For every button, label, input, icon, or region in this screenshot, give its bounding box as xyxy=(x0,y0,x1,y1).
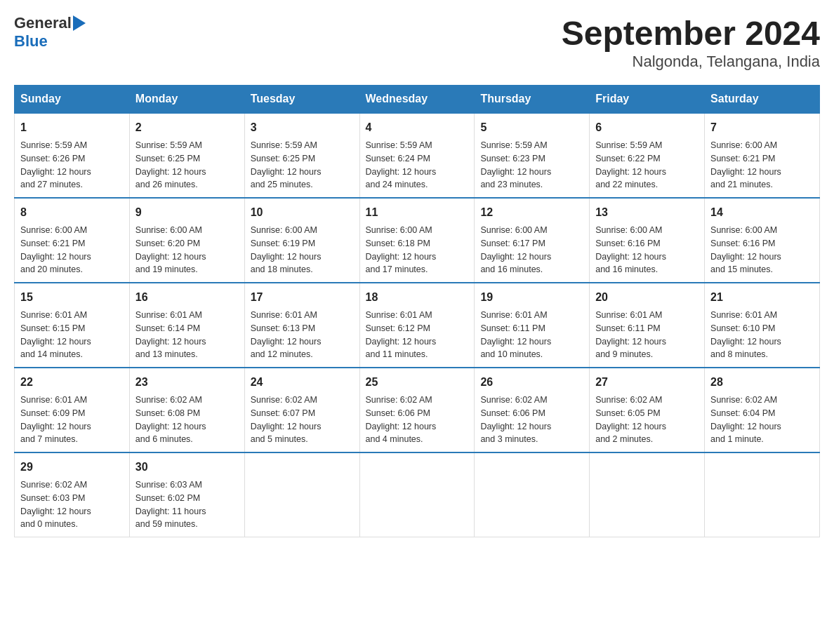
day-number: 4 xyxy=(366,119,469,136)
day-number: 6 xyxy=(595,119,699,136)
calendar-cell-w3-d6: 21Sunrise: 6:01 AMSunset: 6:10 PMDayligh… xyxy=(705,283,820,368)
calendar-cell-w1-d3: 4Sunrise: 5:59 AMSunset: 6:24 PMDaylight… xyxy=(359,113,475,198)
day-number: 12 xyxy=(480,204,583,221)
day-info: Sunrise: 6:00 AMSunset: 6:21 PMDaylight:… xyxy=(710,139,814,192)
day-number: 25 xyxy=(366,374,469,391)
day-number: 23 xyxy=(135,374,239,391)
calendar-cell-w2-d2: 10Sunrise: 6:00 AMSunset: 6:19 PMDayligh… xyxy=(244,198,359,283)
day-info: Sunrise: 6:01 AMSunset: 6:10 PMDaylight:… xyxy=(710,309,814,361)
day-info: Sunrise: 6:02 AMSunset: 6:06 PMDaylight:… xyxy=(480,394,583,446)
day-info: Sunrise: 6:03 AMSunset: 6:02 PMDaylight:… xyxy=(135,478,239,531)
day-number: 30 xyxy=(135,459,239,476)
day-number: 26 xyxy=(480,374,583,391)
calendar-cell-w4-d4: 26Sunrise: 6:02 AMSunset: 6:06 PMDayligh… xyxy=(475,368,590,452)
day-info: Sunrise: 6:00 AMSunset: 6:16 PMDaylight:… xyxy=(710,224,814,276)
day-info: Sunrise: 6:01 AMSunset: 6:11 PMDaylight:… xyxy=(480,309,583,361)
weekday-header-row: Sunday Monday Tuesday Wednesday Thursday… xyxy=(15,86,820,114)
day-number: 19 xyxy=(480,289,583,306)
calendar-cell-w5-d6 xyxy=(705,452,820,537)
day-number: 8 xyxy=(20,204,124,221)
calendar-cell-w5-d2 xyxy=(244,452,359,537)
calendar-cell-w3-d1: 16Sunrise: 6:01 AMSunset: 6:14 PMDayligh… xyxy=(129,283,244,368)
calendar-cell-w5-d4 xyxy=(475,452,590,537)
title-block: September 2024 Nalgonda, Telangana, Indi… xyxy=(562,14,820,71)
header-tuesday: Tuesday xyxy=(244,86,359,114)
logo-text-main: General xyxy=(14,14,72,32)
day-info: Sunrise: 6:00 AMSunset: 6:16 PMDaylight:… xyxy=(595,224,699,276)
day-info: Sunrise: 6:00 AMSunset: 6:20 PMDaylight:… xyxy=(135,224,239,276)
calendar-week-1: 1Sunrise: 5:59 AMSunset: 6:26 PMDaylight… xyxy=(15,113,820,198)
day-info: Sunrise: 6:02 AMSunset: 6:07 PMDaylight:… xyxy=(251,394,354,446)
header-friday: Friday xyxy=(590,86,705,114)
day-info: Sunrise: 5:59 AMSunset: 6:26 PMDaylight:… xyxy=(20,139,124,192)
day-number: 2 xyxy=(135,119,239,136)
day-number: 17 xyxy=(251,289,354,306)
day-number: 3 xyxy=(251,119,354,136)
calendar-cell-w5-d5 xyxy=(590,452,705,537)
day-number: 1 xyxy=(20,119,124,136)
calendar-week-5: 29Sunrise: 6:02 AMSunset: 6:03 PMDayligh… xyxy=(15,452,820,537)
calendar-week-2: 8Sunrise: 6:00 AMSunset: 6:21 PMDaylight… xyxy=(15,198,820,283)
calendar-cell-w2-d4: 12Sunrise: 6:00 AMSunset: 6:17 PMDayligh… xyxy=(475,198,590,283)
header-monday: Monday xyxy=(129,86,244,114)
calendar-table: Sunday Monday Tuesday Wednesday Thursday… xyxy=(14,85,820,537)
calendar-cell-w2-d3: 11Sunrise: 6:00 AMSunset: 6:18 PMDayligh… xyxy=(359,198,475,283)
day-number: 18 xyxy=(366,289,469,306)
day-number: 13 xyxy=(595,204,699,221)
day-number: 10 xyxy=(251,204,354,221)
day-number: 27 xyxy=(595,374,699,391)
calendar-cell-w3-d2: 17Sunrise: 6:01 AMSunset: 6:13 PMDayligh… xyxy=(244,283,359,368)
calendar-cell-w2-d0: 8Sunrise: 6:00 AMSunset: 6:21 PMDaylight… xyxy=(15,198,130,283)
day-info: Sunrise: 6:01 AMSunset: 6:14 PMDaylight:… xyxy=(135,309,239,361)
day-info: Sunrise: 5:59 AMSunset: 6:23 PMDaylight:… xyxy=(480,139,583,192)
calendar-cell-w1-d6: 7Sunrise: 6:00 AMSunset: 6:21 PMDaylight… xyxy=(705,113,820,198)
logo-triangle-icon xyxy=(73,15,86,31)
day-info: Sunrise: 6:01 AMSunset: 6:12 PMDaylight:… xyxy=(366,309,469,361)
calendar-cell-w1-d4: 5Sunrise: 5:59 AMSunset: 6:23 PMDaylight… xyxy=(475,113,590,198)
calendar-cell-w4-d3: 25Sunrise: 6:02 AMSunset: 6:06 PMDayligh… xyxy=(359,368,475,452)
day-info: Sunrise: 5:59 AMSunset: 6:24 PMDaylight:… xyxy=(366,139,469,192)
day-info: Sunrise: 5:59 AMSunset: 6:25 PMDaylight:… xyxy=(251,139,354,192)
svg-marker-0 xyxy=(73,15,86,31)
day-info: Sunrise: 6:01 AMSunset: 6:13 PMDaylight:… xyxy=(251,309,354,361)
day-info: Sunrise: 6:02 AMSunset: 6:06 PMDaylight:… xyxy=(366,394,469,446)
day-number: 24 xyxy=(251,374,354,391)
calendar-subtitle: Nalgonda, Telangana, India xyxy=(562,53,820,71)
day-info: Sunrise: 6:01 AMSunset: 6:11 PMDaylight:… xyxy=(595,309,699,361)
calendar-cell-w1-d1: 2Sunrise: 5:59 AMSunset: 6:25 PMDaylight… xyxy=(129,113,244,198)
day-number: 7 xyxy=(710,119,814,136)
day-number: 5 xyxy=(480,119,583,136)
day-number: 9 xyxy=(135,204,239,221)
calendar-cell-w5-d0: 29Sunrise: 6:02 AMSunset: 6:03 PMDayligh… xyxy=(15,452,130,537)
day-info: Sunrise: 6:02 AMSunset: 6:08 PMDaylight:… xyxy=(135,394,239,446)
header-thursday: Thursday xyxy=(475,86,590,114)
calendar-cell-w1-d0: 1Sunrise: 5:59 AMSunset: 6:26 PMDaylight… xyxy=(15,113,130,198)
calendar-cell-w3-d3: 18Sunrise: 6:01 AMSunset: 6:12 PMDayligh… xyxy=(359,283,475,368)
day-info: Sunrise: 6:01 AMSunset: 6:09 PMDaylight:… xyxy=(20,394,124,446)
day-number: 29 xyxy=(20,459,124,476)
calendar-week-4: 22Sunrise: 6:01 AMSunset: 6:09 PMDayligh… xyxy=(15,368,820,452)
calendar-cell-w3-d5: 20Sunrise: 6:01 AMSunset: 6:11 PMDayligh… xyxy=(590,283,705,368)
header-wednesday: Wednesday xyxy=(359,86,475,114)
day-number: 11 xyxy=(366,204,469,221)
calendar-cell-w4-d6: 28Sunrise: 6:02 AMSunset: 6:04 PMDayligh… xyxy=(705,368,820,452)
day-number: 28 xyxy=(710,374,814,391)
day-info: Sunrise: 6:02 AMSunset: 6:04 PMDaylight:… xyxy=(710,394,814,446)
day-number: 15 xyxy=(20,289,124,306)
logo-text-blue: Blue xyxy=(14,32,48,51)
day-info: Sunrise: 6:00 AMSunset: 6:19 PMDaylight:… xyxy=(251,224,354,276)
calendar-cell-w4-d1: 23Sunrise: 6:02 AMSunset: 6:08 PMDayligh… xyxy=(129,368,244,452)
header-sunday: Sunday xyxy=(15,86,130,114)
page-header: General Blue September 2024 Nalgonda, Te… xyxy=(14,14,820,71)
calendar-cell-w2-d6: 14Sunrise: 6:00 AMSunset: 6:16 PMDayligh… xyxy=(705,198,820,283)
calendar-cell-w1-d2: 3Sunrise: 5:59 AMSunset: 6:25 PMDaylight… xyxy=(244,113,359,198)
day-number: 20 xyxy=(595,289,699,306)
calendar-cell-w5-d3 xyxy=(359,452,475,537)
day-number: 16 xyxy=(135,289,239,306)
header-saturday: Saturday xyxy=(705,86,820,114)
calendar-cell-w4-d2: 24Sunrise: 6:02 AMSunset: 6:07 PMDayligh… xyxy=(244,368,359,452)
calendar-cell-w5-d1: 30Sunrise: 6:03 AMSunset: 6:02 PMDayligh… xyxy=(129,452,244,537)
calendar-cell-w2-d5: 13Sunrise: 6:00 AMSunset: 6:16 PMDayligh… xyxy=(590,198,705,283)
day-info: Sunrise: 6:02 AMSunset: 6:05 PMDaylight:… xyxy=(595,394,699,446)
day-number: 14 xyxy=(710,204,814,221)
